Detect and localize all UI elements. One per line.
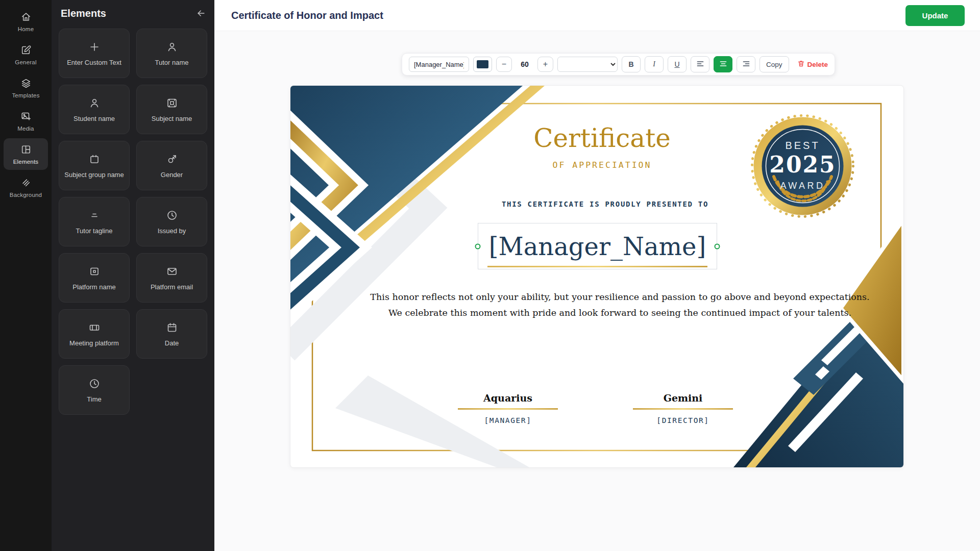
sidebar-list: Home General Templates Media Elements Ba… — [0, 6, 52, 203]
signature-line — [458, 408, 558, 410]
edit-icon — [20, 44, 32, 56]
calendar-icon — [166, 321, 178, 334]
background-icon — [20, 177, 32, 188]
element-card-platform-email[interactable]: Platform email — [136, 253, 207, 303]
person-icon — [166, 41, 178, 53]
copy-button[interactable]: Copy — [760, 56, 789, 72]
main-area: Certificate of Honor and Impact Update −… — [214, 0, 980, 551]
font-size-value: 60 — [516, 60, 533, 68]
certificate-body-text[interactable]: This honor reflects not only your abilit… — [313, 289, 903, 321]
element-card-student-name[interactable]: Student name — [59, 85, 130, 134]
recipient-name: [Manager_Name] — [478, 223, 717, 269]
signature-block[interactable]: Gemini [DIRECTOR] — [633, 392, 733, 424]
align-left-button[interactable] — [691, 56, 709, 72]
update-button[interactable]: Update — [905, 5, 965, 26]
element-card-subject-name[interactable]: Subject name — [136, 85, 207, 134]
app: Home General Templates Media Elements Ba… — [0, 0, 980, 551]
element-card-tutor-name[interactable]: Tutor name — [136, 29, 207, 78]
collapse-panel-button[interactable] — [196, 8, 206, 19]
gender-icon — [166, 153, 178, 165]
italic-button[interactable]: I — [645, 56, 664, 72]
selected-name-element[interactable]: [Manager_Name] — [478, 223, 717, 269]
panel-strip-icon — [88, 321, 101, 334]
align-left-icon — [696, 60, 704, 69]
sidebar-item-background[interactable]: Background — [4, 171, 48, 203]
certificate-title[interactable]: Certificate — [296, 123, 903, 153]
sidebar-item-home[interactable]: Home — [4, 6, 48, 37]
topbar: Certificate of Honor and Impact Update — [214, 0, 980, 31]
signature-block[interactable]: Aquarius [MANAGER] — [458, 392, 558, 424]
font-size-decrease-button[interactable]: − — [496, 57, 512, 72]
elements-panel: Elements Enter Custom Text Tutor name St… — [52, 0, 214, 551]
element-card-custom-text[interactable]: Enter Custom Text — [59, 29, 130, 78]
square-in-square-icon — [88, 265, 101, 278]
resize-handle-left[interactable] — [475, 243, 481, 249]
sidebar-item-general[interactable]: General — [4, 39, 48, 70]
font-size-increase-button[interactable]: + — [537, 57, 553, 72]
signature-line — [633, 408, 733, 410]
icon-sidebar: Home General Templates Media Elements Ba… — [0, 0, 52, 551]
element-card-time[interactable]: Time — [59, 365, 130, 415]
home-icon — [20, 11, 32, 22]
element-cards-grid: Enter Custom Text Tutor name Student nam… — [52, 20, 214, 423]
element-card-issued-by[interactable]: Issued by — [136, 197, 207, 246]
certificate-subtitle[interactable]: OF APPRECIATION — [296, 160, 903, 170]
editor-canvas: − 60 + B I U — [214, 31, 980, 551]
film-icon — [166, 97, 178, 109]
resize-handle-right[interactable] — [715, 243, 720, 249]
elements-icon — [20, 144, 32, 155]
element-card-platform-name[interactable]: Platform name — [59, 253, 130, 303]
text-value-input[interactable] — [409, 57, 469, 72]
trash-icon — [797, 60, 805, 69]
bold-button[interactable]: B — [622, 56, 641, 72]
panel-title: Elements — [61, 8, 106, 19]
align-center-icon — [719, 60, 727, 69]
presented-line[interactable]: THIS CERTIFICATE IS PROUDLY PRESENTED TO — [299, 200, 903, 208]
delete-button[interactable]: Delete — [797, 60, 828, 69]
body-line-2: We celebrate this moment with pride and … — [313, 305, 903, 321]
mail-icon — [166, 265, 178, 278]
align-right-icon — [742, 60, 750, 69]
color-swatch — [477, 60, 488, 68]
align-right-button[interactable] — [737, 56, 755, 72]
text-toolbar: − 60 + B I U — [402, 53, 835, 76]
name-underline — [487, 266, 707, 267]
page-title: Certificate of Honor and Impact — [231, 10, 383, 21]
body-line-1: This honor reflects not only your abilit… — [313, 289, 903, 305]
plus-icon — [88, 41, 101, 53]
element-card-meeting-platform[interactable]: Meeting platform — [59, 309, 130, 359]
media-icon — [20, 111, 32, 122]
layers-icon — [20, 78, 32, 89]
tagline-icon — [88, 209, 101, 221]
element-card-subject-group-name[interactable]: Subject group name — [59, 141, 130, 190]
font-family-select[interactable] — [557, 57, 618, 72]
align-center-button[interactable] — [714, 56, 732, 72]
badge-bottom-text: AWARD — [780, 181, 825, 191]
arrow-left-icon — [196, 12, 206, 20]
sidebar-item-templates[interactable]: Templates — [4, 72, 48, 104]
underline-button[interactable]: U — [668, 56, 687, 72]
person-icon — [88, 97, 101, 109]
element-card-date[interactable]: Date — [136, 309, 207, 359]
sidebar-item-media[interactable]: Media — [4, 105, 48, 137]
element-card-gender[interactable]: Gender — [136, 141, 207, 190]
sidebar-item-elements[interactable]: Elements — [4, 138, 48, 170]
text-color-button[interactable] — [473, 57, 492, 72]
certificate-preview[interactable]: BEST 2025 AWARD Certificate OF APPRECIAT… — [290, 86, 903, 467]
clock-icon — [88, 378, 101, 390]
calendar-tab-icon — [88, 153, 101, 165]
clock-icon — [166, 209, 178, 221]
elements-panel-header: Elements — [52, 0, 214, 20]
element-card-tutor-tagline[interactable]: Tutor tagline — [59, 197, 130, 246]
